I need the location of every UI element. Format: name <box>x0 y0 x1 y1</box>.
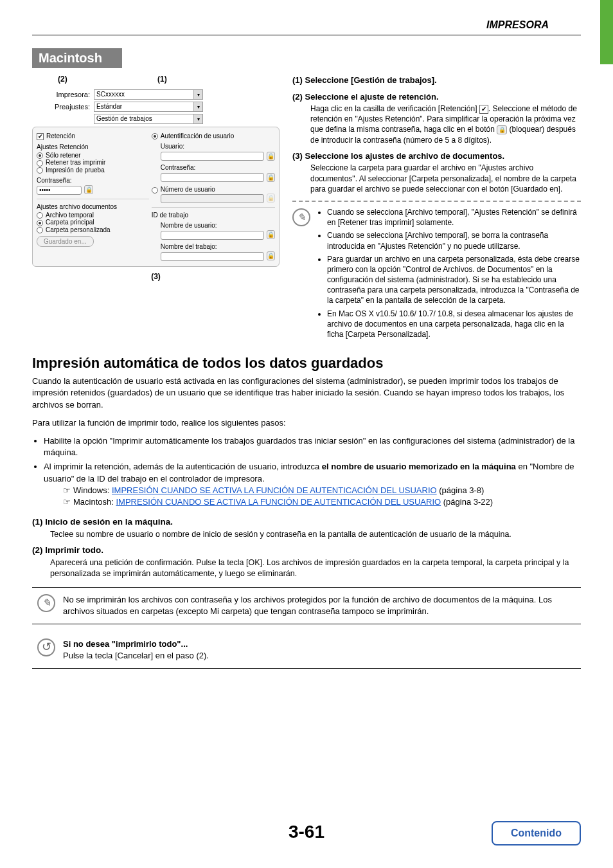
checkbox-icon: ✔ <box>479 105 488 114</box>
note-box: ✎ Cuando se selecciona [Archivo temporal… <box>292 207 581 342</box>
contents-button[interactable]: Contenido <box>492 821 581 845</box>
pointer-icon: ☞ <box>63 485 71 495</box>
brand-accent <box>600 0 613 64</box>
callout-1: (1) <box>157 75 167 84</box>
cancel-body: Pulse la tecla [Cancelar] en el paso (2)… <box>63 651 209 660</box>
step3-title: Seleccione los ajustes de archivo de doc… <box>305 151 505 161</box>
printer-label: Impresora: <box>51 91 90 98</box>
radio-carpeta-personalizada[interactable] <box>37 227 43 233</box>
dialog-screenshot: (2) (1) Impresora: SCxxxxxx▾ Preajustes:… <box>32 75 280 281</box>
step2-2-desc: Aparecerá una petición de confirmación. … <box>50 557 581 579</box>
radio-prueba[interactable] <box>37 167 43 174</box>
doc-file-settings-label: Ajustes archivo documentos <box>37 203 149 210</box>
note-icon: ✎ <box>37 594 55 612</box>
radio-num-usuario[interactable] <box>152 187 158 194</box>
bullet-item: Al imprimir la retención, además de la a… <box>44 461 581 508</box>
note-item: Cuando se selecciona [Archivo temporal],… <box>327 230 581 251</box>
callout-2: (2) <box>58 75 67 84</box>
retention-settings-label: Ajustes Retención <box>37 143 149 150</box>
macintosh-banner: Macintosh <box>32 48 122 68</box>
step3-body: Seleccione la carpeta para guardar el ar… <box>310 163 581 194</box>
password2-label: Contraseña: <box>161 164 275 171</box>
password-label: Contraseña: <box>37 177 149 184</box>
step2-2-title: Imprimir todo. <box>45 545 103 555</box>
step2-1-num: (1) <box>32 517 43 527</box>
step2-2-num: (2) <box>32 545 43 555</box>
jobname-input[interactable] <box>161 252 264 261</box>
step2-title: Seleccione el ajuste de retención. <box>305 92 439 102</box>
presets-label: Preajustes: <box>51 103 90 111</box>
step1-title: Seleccione [Gestión de trabajos]. <box>305 75 437 85</box>
lock-icon[interactable]: 🔒 <box>267 230 275 239</box>
cancel-title: Si no desea "imprimirlo todo"... <box>63 639 188 649</box>
radio-retener-tras[interactable] <box>37 160 43 167</box>
lock-icon[interactable]: 🔒 <box>267 152 275 161</box>
usernum-input <box>161 194 264 203</box>
username-label: Nombre de usuario: <box>161 222 275 229</box>
step3-num: (3) <box>292 151 303 161</box>
user-label: Usuario: <box>161 143 275 150</box>
dashed-separator <box>292 201 581 202</box>
paragraph: Cuando la autenticación de usuario está … <box>32 375 581 411</box>
lock-icon[interactable]: 🔒 <box>267 251 275 260</box>
guardado-en-button[interactable]: Guardado en... <box>37 236 94 247</box>
lock-icon: 🔒 <box>497 125 507 134</box>
lock-icon: 🔒 <box>267 194 275 203</box>
back-icon: ↺ <box>37 638 55 656</box>
retention-checkbox[interactable]: ✔ <box>37 133 44 140</box>
lock-icon[interactable]: 🔒 <box>84 185 93 194</box>
radio-solo-retener[interactable] <box>37 152 43 159</box>
note-item: Cuando se selecciona [Archivo temporal],… <box>327 207 581 228</box>
note-icon: ✎ <box>292 208 310 226</box>
step2-body: Haga clic en la casilla de verificación … <box>310 104 581 145</box>
callout-3: (3) <box>32 272 280 281</box>
radio-archivo-temporal[interactable] <box>37 212 43 219</box>
username-input[interactable] <box>161 231 264 240</box>
user-input[interactable] <box>161 152 264 161</box>
lock-icon[interactable]: 🔒 <box>267 173 275 182</box>
note-item: En Mac OS X v10.5/ 10.6/ 10.7/ 10.8, si … <box>327 309 581 340</box>
windows-auth-link[interactable]: IMPRESIÓN CUANDO SE ACTIVA LA FUNCIÓN DE… <box>112 485 437 495</box>
cancel-tip-box: ↺ Si no desea "imprimirlo todo"... Pulse… <box>32 632 581 669</box>
jobname-label: Nombre del trabajo: <box>161 243 275 250</box>
page-header: IMPRESORA <box>32 0 581 35</box>
section-heading: Impresión automática de todos los datos … <box>32 355 581 372</box>
info-box: ✎ No se imprimirán los archivos con cont… <box>32 587 581 624</box>
bullet-item: Habilite la opción "Imprimir automáticam… <box>44 435 581 458</box>
pointer-icon: ☞ <box>63 497 71 507</box>
mac-auth-link[interactable]: IMPRESIÓN CUANDO SE ACTIVA LA FUNCIÓN DE… <box>116 497 441 507</box>
retention-label: Retención <box>46 132 75 140</box>
job-id-label: ID de trabajo <box>152 212 275 219</box>
radio-carpeta-principal[interactable] <box>37 220 43 226</box>
paragraph: Para utilizar la función de imprimir tod… <box>32 417 581 429</box>
printer-select[interactable]: SCxxxxxx▾ <box>94 89 203 100</box>
step2-num: (2) <box>292 92 303 102</box>
password-input[interactable]: ••••• <box>37 186 82 195</box>
presets-select[interactable]: Estándar▾ <box>94 102 203 112</box>
password2-input[interactable] <box>161 173 264 182</box>
tab-select[interactable]: Gestión de trabajos▾ <box>94 114 203 124</box>
radio-auth-usuario[interactable] <box>152 133 158 140</box>
note-item: Para guardar un archivo en una carpeta p… <box>327 254 581 306</box>
step1-num: (1) <box>292 75 303 85</box>
info-text: No se imprimirán los archivos con contra… <box>63 594 576 617</box>
step2-1-title: Inicio de sesión en la máquina. <box>45 517 173 527</box>
step2-1-desc: Teclee su nombre de usuario o nombre de … <box>50 529 581 540</box>
